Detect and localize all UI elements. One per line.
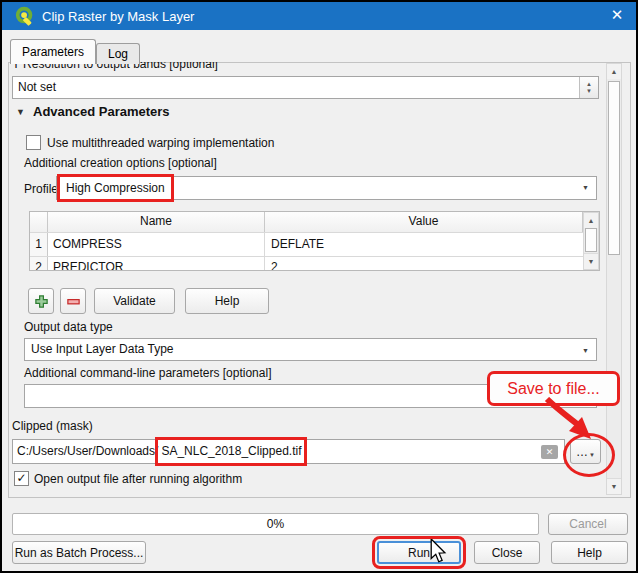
output-path-input[interactable]: C:/Users/User/Downloads/SA_NLC_2018_Clip… bbox=[12, 439, 565, 464]
help-label: Help bbox=[577, 546, 602, 560]
table-row[interactable]: 1 COMPRESS DEFLATE bbox=[30, 233, 599, 257]
output-path-prefix: C:/Users/User/Downloads/ bbox=[17, 444, 158, 458]
close-button[interactable]: Close bbox=[474, 541, 540, 564]
remove-row-button[interactable] bbox=[60, 288, 86, 314]
save-to-file-text: Save to file... bbox=[507, 380, 600, 398]
main-scrollbar[interactable]: ▲ ▼ bbox=[606, 63, 622, 495]
mouse-cursor-icon bbox=[429, 539, 449, 565]
cmdline-label: Additional command-line parameters [opti… bbox=[24, 366, 271, 380]
creation-options-table[interactable]: Name Value 1 COMPRESS DEFLATE 2 PREDICTO… bbox=[29, 211, 600, 271]
minus-icon bbox=[66, 294, 81, 309]
table-help-label: Help bbox=[215, 294, 240, 308]
clipped-mask-label: Clipped (mask) bbox=[12, 419, 93, 433]
profile-combobox[interactable]: High Compression ▼ bbox=[56, 176, 597, 200]
table-header-row: Name Value bbox=[30, 212, 599, 233]
close-icon[interactable]: ✕ bbox=[604, 4, 630, 26]
scroll-up-icon[interactable]: ▲ bbox=[607, 64, 621, 79]
output-type-label: Output data type bbox=[24, 320, 113, 334]
check-icon: ✓ bbox=[16, 471, 26, 485]
resolution-spinbox[interactable]: Not set ▲ ▼ bbox=[12, 76, 599, 99]
clear-text-icon[interactable]: ✕ bbox=[541, 445, 558, 459]
plus-icon bbox=[34, 294, 49, 309]
profile-label: Profile bbox=[24, 182, 58, 196]
option-name-cell[interactable]: COMPRESS bbox=[48, 233, 265, 256]
output-type-combobox[interactable]: Use Input Layer Data Type ▼ bbox=[24, 338, 597, 361]
help-button[interactable]: Help bbox=[551, 541, 628, 564]
cancel-button[interactable]: Cancel bbox=[548, 513, 628, 535]
open-output-checkbox[interactable]: ✓ bbox=[14, 471, 29, 486]
advanced-parameters-header[interactable]: Advanced Parameters bbox=[33, 104, 170, 119]
annotation-arrow bbox=[525, 397, 605, 445]
title-bar: Clip Raster by Mask Layer bbox=[2, 2, 636, 30]
profile-value: High Compression bbox=[60, 177, 171, 199]
tab-log-label: Log bbox=[108, 47, 128, 61]
add-row-button[interactable] bbox=[28, 288, 54, 314]
multithreaded-label: Use multithreaded warping implementation bbox=[47, 136, 274, 150]
table-row[interactable]: 2 PREDICTOR 2 bbox=[30, 257, 599, 271]
spin-up-icon[interactable]: ▲ bbox=[586, 81, 592, 88]
table-scrollbar[interactable]: ▲ ▼ bbox=[583, 212, 599, 270]
option-value-cell[interactable]: DEFLATE bbox=[265, 233, 583, 256]
chevron-down-icon: ▼ bbox=[589, 452, 595, 458]
row-header: 2 bbox=[30, 257, 48, 271]
scroll-down-icon[interactable]: ▼ bbox=[584, 253, 598, 269]
qgis-logo-icon bbox=[14, 5, 36, 27]
window-title: Clip Raster by Mask Layer bbox=[42, 9, 194, 24]
validate-button[interactable]: Validate bbox=[94, 288, 175, 314]
validate-label: Validate bbox=[113, 294, 155, 308]
tab-parameters-label: Parameters bbox=[22, 45, 84, 59]
option-value-cell[interactable]: 2 bbox=[265, 257, 583, 271]
run-as-batch-button[interactable]: Run as Batch Process... bbox=[12, 541, 146, 564]
open-output-label: Open output file after running algorithm bbox=[34, 472, 242, 486]
run-as-batch-label: Run as Batch Process... bbox=[15, 546, 144, 560]
cancel-label: Cancel bbox=[569, 517, 606, 531]
spin-down-icon[interactable]: ▼ bbox=[586, 88, 592, 95]
ellipsis-icon: … bbox=[576, 445, 588, 459]
tab-log[interactable]: Log bbox=[96, 43, 140, 64]
collapse-arrow-icon[interactable]: ▼ bbox=[16, 107, 25, 117]
scroll-up-icon[interactable]: ▲ bbox=[584, 213, 598, 228]
resolution-value: Not set bbox=[18, 80, 56, 94]
output-filename: SA_NLC_2018_Clipped.tif bbox=[158, 440, 304, 463]
clear-glyph: ✕ bbox=[546, 447, 554, 457]
tab-parameters[interactable]: Parameters bbox=[10, 39, 96, 64]
progress-bar: 0% bbox=[12, 513, 539, 535]
spinbox-stepper[interactable]: ▲ ▼ bbox=[579, 77, 598, 98]
option-name-cell[interactable]: PREDICTOR bbox=[48, 257, 265, 271]
creation-options-label: Additional creation options [optional] bbox=[24, 156, 217, 170]
row-header: 1 bbox=[30, 233, 48, 256]
multithreaded-checkbox[interactable] bbox=[26, 135, 41, 150]
progress-value: 0% bbox=[267, 517, 284, 531]
column-header-name[interactable]: Name bbox=[48, 212, 265, 232]
run-label: Run bbox=[408, 546, 430, 560]
clip-raster-dialog: Clip Raster by Mask Layer ✕ Parameters L… bbox=[0, 0, 638, 573]
output-type-value: Use Input Layer Data Type bbox=[31, 342, 174, 356]
scroll-down-icon[interactable]: ▼ bbox=[607, 478, 621, 494]
table-corner-cell bbox=[30, 212, 48, 232]
chevron-down-icon: ▼ bbox=[582, 339, 589, 360]
close-label: Close bbox=[492, 546, 523, 560]
main-scrollbar-thumb[interactable] bbox=[608, 81, 620, 255]
table-help-button[interactable]: Help bbox=[185, 288, 269, 314]
column-header-value[interactable]: Value bbox=[265, 212, 583, 232]
table-scrollbar-thumb[interactable] bbox=[585, 228, 597, 252]
chevron-down-icon: ▼ bbox=[582, 177, 589, 199]
